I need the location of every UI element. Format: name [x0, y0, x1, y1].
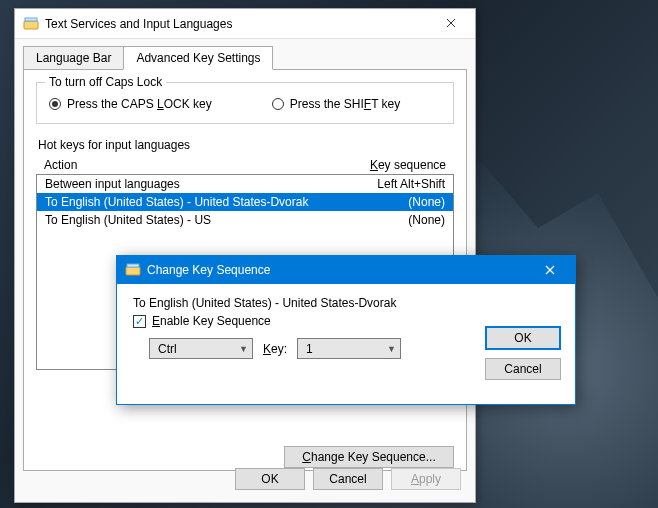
cancel-button[interactable]: Cancel [485, 358, 561, 380]
list-row[interactable]: Between input languages Left Alt+Shift [37, 175, 453, 193]
radio-dot-icon [49, 98, 61, 110]
key-label: Key: [263, 342, 287, 356]
dialog-buttons: OK Cancel Apply [235, 468, 461, 490]
col-key-sequence: Key sequence [370, 158, 446, 172]
sub-window-title: Change Key Sequence [147, 263, 531, 277]
svg-rect-2 [126, 267, 140, 275]
titlebar: Text Services and Input Languages [15, 9, 475, 39]
apply-button: Apply [391, 468, 461, 490]
ok-button[interactable]: OK [235, 468, 305, 490]
change-key-sequence-button[interactable]: Change Key Sequence... [284, 446, 454, 468]
tab-advanced-key-settings[interactable]: Advanced Key Settings [123, 46, 273, 70]
close-button[interactable] [531, 262, 569, 278]
key-value: 1 [306, 342, 313, 356]
row-keyseq: (None) [408, 195, 445, 209]
close-icon [446, 17, 456, 31]
keyboard-icon [23, 16, 39, 32]
row-keyseq: Left Alt+Shift [377, 177, 445, 191]
row-action: To English (United States) - United Stat… [45, 195, 308, 209]
checkbox-icon [133, 315, 146, 328]
list-row[interactable]: To English (United States) - United Stat… [37, 193, 453, 211]
row-action: To English (United States) - US [45, 213, 211, 227]
close-icon [545, 262, 555, 278]
chevron-down-icon: ▼ [239, 344, 248, 354]
tab-row: Language Bar Advanced Key Settings [15, 39, 475, 69]
checkbox-label: Enable Key Sequence [152, 314, 271, 328]
target-language-label: To English (United States) - United Stat… [133, 296, 559, 310]
hotkeys-header: Action Key sequence [36, 156, 454, 174]
svg-rect-3 [127, 264, 139, 267]
row-keyseq: (None) [408, 213, 445, 227]
change-key-sequence-dialog: Change Key Sequence To English (United S… [116, 255, 576, 405]
sub-titlebar: Change Key Sequence [117, 256, 575, 284]
radio-label: Press the CAPS LOCK key [67, 97, 212, 111]
svg-rect-1 [25, 18, 37, 21]
modifier-value: Ctrl [158, 342, 177, 356]
ok-button[interactable]: OK [485, 326, 561, 350]
row-action: Between input languages [45, 177, 180, 191]
hotkeys-section-label: Hot keys for input languages [38, 138, 454, 152]
svg-rect-0 [24, 21, 38, 29]
key-combo[interactable]: 1 ▼ [297, 338, 401, 359]
capslock-group: To turn off Caps Lock Press the CAPS LOC… [36, 82, 454, 124]
list-row[interactable]: To English (United States) - US (None) [37, 211, 453, 229]
chevron-down-icon: ▼ [387, 344, 396, 354]
radio-dot-icon [272, 98, 284, 110]
sub-body: To English (United States) - United Stat… [117, 284, 575, 404]
cancel-button[interactable]: Cancel [313, 468, 383, 490]
close-button[interactable] [431, 10, 471, 38]
modifier-combo[interactable]: Ctrl ▼ [149, 338, 253, 359]
tab-language-bar[interactable]: Language Bar [23, 46, 124, 70]
capslock-group-label: To turn off Caps Lock [45, 75, 166, 89]
keyboard-icon [125, 262, 141, 278]
radio-press-shift[interactable]: Press the SHIFT key [272, 97, 401, 111]
radio-press-capslock[interactable]: Press the CAPS LOCK key [49, 97, 212, 111]
radio-label: Press the SHIFT key [290, 97, 401, 111]
col-action: Action [44, 158, 77, 172]
window-title: Text Services and Input Languages [45, 17, 431, 31]
